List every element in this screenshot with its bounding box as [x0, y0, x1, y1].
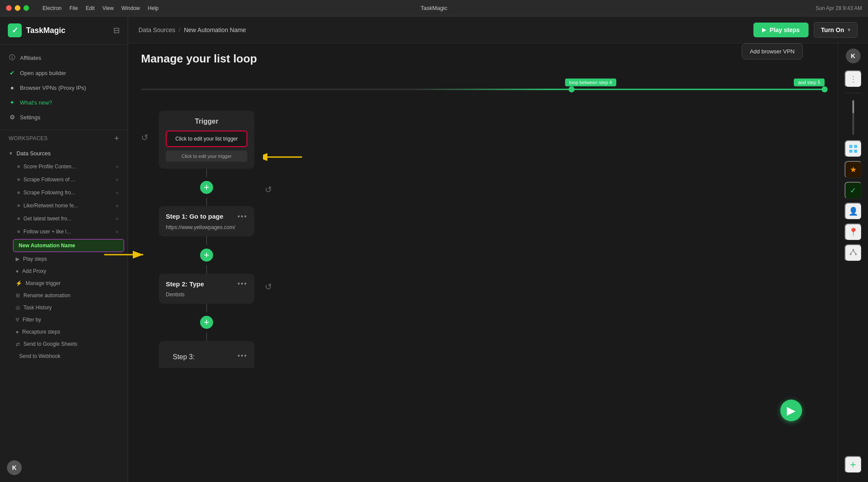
sub-menu-task-history[interactable]: ◎ Task History	[3, 302, 128, 314]
step1-more-button[interactable]: •••	[237, 213, 247, 220]
sub-menu-label: Rename automation	[23, 292, 70, 298]
workspace-item-score-profile[interactable]: Score Profile Conten... +	[4, 160, 128, 173]
sub-menu-filter-by[interactable]: ∀ Filter by	[3, 314, 128, 326]
workspace-item-follow-user[interactable]: Follow user + like l... +	[4, 225, 128, 238]
window-controls[interactable]	[6, 5, 29, 11]
loop-line	[141, 89, 825, 90]
active-automation-item[interactable]: New Automation Name	[13, 239, 124, 252]
sub-menu-webhook[interactable]: Send to Webhook	[3, 350, 128, 362]
maximize-button[interactable]	[23, 5, 29, 11]
sidebar-item-settings[interactable]: ⚙ Settings	[0, 110, 128, 125]
workspace-item-latest-tweet[interactable]: Get latest tweet fro... +	[4, 212, 128, 225]
sub-menu-recapture[interactable]: ● Recapture steps	[3, 326, 128, 338]
sub-menu-add-proxy[interactable]: ● Add Proxy	[3, 265, 128, 277]
sidebar-item-affiliates[interactable]: ⓘ Affiliates	[0, 50, 128, 66]
trigger-edit-button[interactable]: Click to edit your list trigger	[166, 131, 247, 147]
scroll-indicator[interactable]	[852, 100, 854, 135]
sub-menu-label: Recapture steps	[22, 329, 60, 335]
sidebar-item-open-apps[interactable]: ✔ Open apps builder	[0, 66, 128, 80]
step3-more-button[interactable]: •••	[237, 352, 247, 360]
app-container: ✓ TaskMagic ⊟ ⓘ Affiliates ✔ Open apps b…	[0, 16, 868, 482]
scroll-thumb	[852, 100, 854, 113]
data-sources-title[interactable]: ▼ Data Sources	[0, 147, 128, 160]
add-step-button-2[interactable]: +	[200, 249, 213, 262]
refresh-icon[interactable]: ↺	[141, 132, 148, 143]
sub-menu-google-sheets[interactable]: ⇄ Send to Google Sheets	[3, 338, 128, 350]
loop-badge-step4: loop between step 4	[565, 79, 616, 86]
sidebar-item-label: Affiliates	[20, 55, 41, 61]
sub-menu-label: Filter by	[23, 317, 41, 323]
sub-menu-play-steps[interactable]: ▶ Play steps	[3, 253, 128, 265]
connector-2	[206, 197, 207, 206]
menu-file[interactable]: File	[69, 5, 78, 11]
add-workspace-button[interactable]: +	[114, 134, 119, 142]
close-button[interactable]	[6, 5, 12, 11]
step1-refresh-icon[interactable]: ↺	[265, 184, 272, 195]
add-step-3-area: +	[200, 312, 213, 332]
connector-6	[206, 332, 207, 341]
floating-action-button[interactable]: ▶	[780, 400, 802, 421]
add-step-button-1[interactable]: +	[200, 181, 213, 194]
vpn-icon: ●	[9, 84, 16, 91]
add-browser-vpn-button[interactable]: Add browser VPN	[742, 43, 803, 59]
location-icon[interactable]: 📍	[845, 223, 862, 241]
menu-bar[interactable]: Electron File Edit View Window Help	[35, 5, 158, 11]
grid-svg	[849, 144, 858, 153]
turn-on-button[interactable]: Turn On ▾	[814, 22, 858, 38]
step2-more-button[interactable]: •••	[237, 280, 247, 288]
menu-view[interactable]: View	[102, 5, 114, 11]
recapture-icon: ●	[16, 329, 19, 335]
loop-badge-step5: and step 5	[794, 79, 825, 86]
user-avatar-sidebar: K	[7, 460, 22, 475]
item-add-icon[interactable]: +	[115, 189, 119, 196]
more-options-icon[interactable]: ⋮	[845, 70, 862, 88]
sidebar-item-browser-vpns[interactable]: ● Browser VPNs (Proxy IPs)	[0, 80, 128, 95]
item-add-icon[interactable]: +	[115, 202, 119, 209]
sub-menu-manage-trigger[interactable]: ⚡ Manage trigger	[3, 277, 128, 289]
workspace-item-like-retweet[interactable]: Like/Retweet home fe... +	[4, 199, 128, 212]
item-add-icon[interactable]: +	[115, 228, 119, 235]
checkmark-icon[interactable]: ✓	[845, 182, 862, 199]
grid-icon[interactable]	[845, 140, 862, 157]
svg-rect-3	[854, 145, 857, 148]
sidebar-item-whats-new[interactable]: ✦ What's new?	[0, 95, 128, 110]
svg-rect-5	[854, 150, 857, 153]
turn-on-dropdown-icon: ▾	[848, 27, 850, 33]
item-dot-icon	[17, 217, 20, 220]
add-icon[interactable]: +	[845, 456, 862, 473]
item-add-icon[interactable]: +	[115, 176, 119, 183]
menu-help[interactable]: Help	[148, 5, 159, 11]
breadcrumb-separator: /	[179, 26, 181, 33]
item-dot-icon	[17, 165, 20, 168]
item-add-icon[interactable]: +	[115, 215, 119, 222]
connector-4	[206, 265, 207, 274]
star-icon[interactable]: ★	[845, 161, 862, 178]
trigger-sub-button[interactable]: Click to edit your trigger	[166, 151, 247, 162]
menu-edit[interactable]: Edit	[85, 5, 95, 11]
add-step-button-3[interactable]: +	[200, 316, 213, 329]
workspace-item-scrape-following[interactable]: Scrape Following fro... +	[4, 186, 128, 199]
step2-value: Dentists	[166, 292, 247, 298]
step2-title: Step 2: Type	[166, 280, 204, 289]
play-steps-button[interactable]: ▶ Play steps	[753, 23, 808, 37]
topbar: Data Sources / New Automation Name ▶ Pla…	[128, 16, 868, 43]
sidebar-toggle-button[interactable]: ⊟	[113, 26, 120, 35]
breadcrumb-part1[interactable]: Data Sources	[138, 26, 175, 33]
flow-icon[interactable]	[845, 244, 862, 262]
menu-window[interactable]: Window	[122, 5, 140, 11]
loop-dot-left	[569, 86, 575, 92]
item-add-icon[interactable]: +	[115, 163, 119, 170]
sub-menu-rename[interactable]: ⊞ Rename automation	[3, 289, 128, 302]
sidebar-nav: ⓘ Affiliates ✔ Open apps builder ● Brows…	[0, 45, 128, 130]
workspace-item-scrape-followers[interactable]: Scrape Followers of ... +	[4, 173, 128, 186]
trigger-arrow-annotation	[263, 151, 306, 164]
menu-electron[interactable]: Electron	[43, 5, 62, 11]
minimize-button[interactable]	[15, 5, 20, 11]
item-dot-icon	[17, 191, 20, 194]
topbar-actions: ▶ Play steps Turn On ▾	[753, 22, 858, 38]
add-step-2-area: +	[200, 245, 213, 265]
step2-refresh-icon[interactable]: ↺	[265, 282, 272, 292]
person-icon[interactable]: 👤	[845, 203, 862, 220]
automation-sub-menu: ▶ Play steps ● Add Proxy ⚡ Manage trigge…	[3, 253, 128, 362]
step2-header: Step 2: Type •••	[166, 280, 247, 289]
